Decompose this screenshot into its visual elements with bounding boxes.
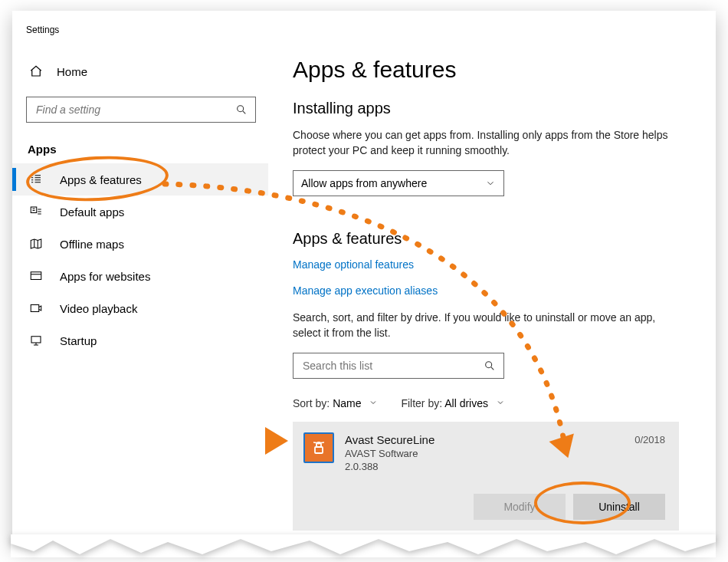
sidebar-item-label: Apps for websites xyxy=(60,270,150,283)
settings-window: Settings Home Apps Apps & features xyxy=(12,11,716,547)
install-source-dropdown[interactable]: Allow apps from anywhere xyxy=(293,170,504,196)
window-title: Settings xyxy=(12,25,268,35)
app-header: Avast SecureLine AVAST Software 2.0.388 … xyxy=(303,432,665,473)
sidebar-item-label: Default apps xyxy=(60,205,124,219)
apps-list-body: Search, sort, and filter by drive. If yo… xyxy=(293,311,674,340)
app-name: Avast SecureLine xyxy=(345,432,624,448)
app-actions: Modify Uninstall xyxy=(303,494,665,520)
offline-maps-icon xyxy=(29,237,43,251)
sort-control[interactable]: Sort by: Name xyxy=(293,397,378,409)
search-icon xyxy=(235,104,248,116)
sidebar-item-offline-maps[interactable]: Offline maps xyxy=(12,228,268,260)
svg-rect-2 xyxy=(31,272,41,280)
default-apps-icon xyxy=(29,205,43,219)
installing-apps-body: Choose where you can get apps from. Inst… xyxy=(293,128,674,158)
home-nav[interactable]: Home xyxy=(12,35,268,97)
sidebar: Settings Home Apps Apps & features xyxy=(12,11,268,547)
sidebar-item-label: Video playback xyxy=(60,302,137,315)
install-source-value: Allow apps from anywhere xyxy=(301,177,427,189)
page-title: Apps & features xyxy=(293,57,674,83)
sidebar-item-label: Offline maps xyxy=(60,238,124,251)
filter-control[interactable]: Filter by: All drives xyxy=(401,397,505,409)
filter-label: Filter by: xyxy=(401,397,442,409)
sidebar-item-label: Startup xyxy=(60,334,97,347)
modify-button[interactable]: Modify xyxy=(474,494,566,520)
sidebar-item-apps-websites[interactable]: Apps for websites xyxy=(12,260,268,292)
find-setting-field[interactable] xyxy=(34,103,235,117)
torn-edge-decoration xyxy=(11,534,716,557)
find-setting-wrap xyxy=(26,97,254,123)
link-optional-features[interactable]: Manage optional features xyxy=(293,258,674,271)
chevron-down-icon xyxy=(369,398,378,407)
sort-label: Sort by: xyxy=(293,397,330,409)
svg-rect-4 xyxy=(31,337,41,343)
chevron-down-icon xyxy=(485,178,496,189)
chevron-down-icon xyxy=(496,398,505,407)
link-execution-aliases[interactable]: Manage app execution aliases xyxy=(293,284,674,297)
apps-list-heading: Apps & features xyxy=(293,230,674,248)
app-meta: Avast SecureLine AVAST Software 2.0.388 xyxy=(345,432,624,473)
sidebar-item-label: Apps & features xyxy=(60,173,142,186)
sort-filter-row: Sort by: Name Filter by: All drives xyxy=(293,397,674,409)
sidebar-item-default-apps[interactable]: Default apps xyxy=(12,196,268,228)
home-label: Home xyxy=(57,65,87,78)
apps-features-icon xyxy=(29,173,43,186)
video-playback-icon xyxy=(29,301,43,315)
sidebar-item-apps-features[interactable]: Apps & features xyxy=(12,163,268,196)
search-apps-field[interactable] xyxy=(301,359,484,373)
svg-point-0 xyxy=(238,106,244,112)
sidebar-section-label: Apps xyxy=(12,123,268,163)
installing-apps-heading: Installing apps xyxy=(293,100,674,117)
svg-rect-3 xyxy=(31,305,39,312)
sidebar-item-video-playback[interactable]: Video playback xyxy=(12,292,268,324)
find-setting-input[interactable] xyxy=(26,97,256,123)
home-icon xyxy=(29,64,43,78)
app-icon-avast xyxy=(303,432,334,463)
main-panel: Apps & features Installing apps Choose w… xyxy=(268,11,716,547)
apps-websites-icon xyxy=(29,269,43,283)
svg-rect-6 xyxy=(315,447,323,453)
uninstall-button[interactable]: Uninstall xyxy=(573,494,665,520)
svg-point-5 xyxy=(486,362,492,368)
app-version: 2.0.388 xyxy=(345,461,624,474)
startup-icon xyxy=(29,334,43,347)
search-apps-input[interactable] xyxy=(293,353,504,379)
search-icon xyxy=(484,360,496,372)
svg-rect-1 xyxy=(31,207,37,213)
app-publisher: AVAST Software xyxy=(345,448,624,461)
sidebar-item-startup[interactable]: Startup xyxy=(12,324,268,357)
filter-value: All drives xyxy=(444,397,488,409)
sort-value: Name xyxy=(333,397,361,409)
app-list-item[interactable]: Avast SecureLine AVAST Software 2.0.388 … xyxy=(293,422,679,530)
app-install-date: 0/2018 xyxy=(635,432,665,445)
